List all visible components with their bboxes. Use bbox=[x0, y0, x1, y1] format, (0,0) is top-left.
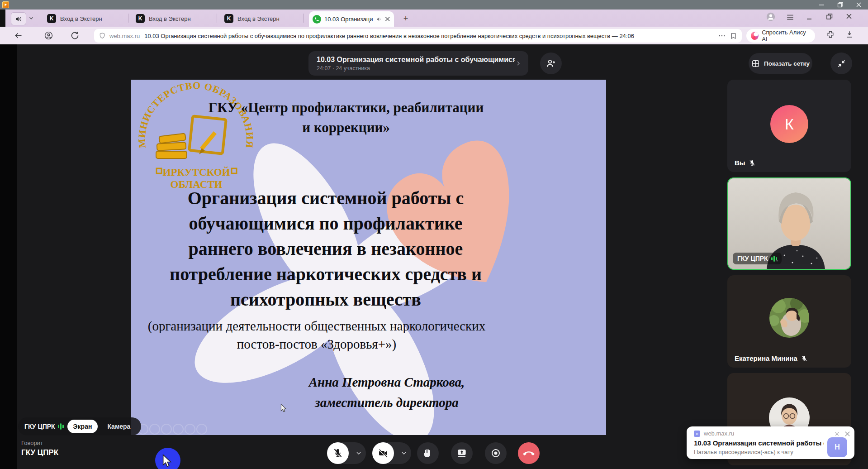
share-screen-icon bbox=[456, 447, 468, 459]
bookmark-icon[interactable] bbox=[730, 32, 737, 40]
record-button[interactable] bbox=[485, 442, 507, 464]
browser-tab-1[interactable]: K Вход в Экстерн bbox=[47, 12, 102, 25]
tab-label: 10.03 Организация bbox=[324, 16, 373, 23]
meeting-header[interactable]: 10.03 Организация системной работы с обу… bbox=[308, 51, 528, 76]
tab-close-icon[interactable] bbox=[385, 16, 390, 22]
stage-source-bar: ГКУ ЦПРК Экран Камера bbox=[18, 417, 141, 436]
profile-shield-button[interactable] bbox=[44, 31, 53, 40]
browser-tab-active[interactable]: 10.03 Организация bbox=[309, 11, 394, 27]
mouse-cursor bbox=[162, 454, 172, 468]
window-close-button[interactable] bbox=[856, 2, 862, 8]
participant-name: ГКУ ЦПРК bbox=[737, 255, 768, 262]
slide-title-line1: Организация системной работы с bbox=[142, 187, 509, 209]
user-circle-icon bbox=[44, 31, 53, 40]
browser-minimize-button[interactable] bbox=[806, 14, 812, 20]
camera-off-button[interactable] bbox=[372, 442, 394, 464]
notification-settings-icon[interactable] bbox=[834, 431, 840, 437]
browser-notification[interactable]: н web.max.ru 10.03 Организация системной… bbox=[687, 426, 854, 459]
avatar-photo bbox=[769, 298, 809, 338]
more-icon[interactable] bbox=[718, 32, 726, 40]
hamburger-icon bbox=[786, 13, 794, 21]
participant-tile-you[interactable]: К Вы bbox=[727, 80, 851, 172]
slide-title-line4: потребление наркотических средств и bbox=[142, 263, 509, 285]
back-button[interactable] bbox=[14, 31, 23, 40]
collapse-view-button[interactable] bbox=[830, 53, 852, 74]
participant-name: Вы bbox=[735, 159, 745, 167]
reaction-ghost-icon[interactable] bbox=[196, 424, 207, 435]
participant-tile-ekaterina[interactable]: Екатерина Минина bbox=[727, 275, 851, 368]
slide-title-line5: психотропных веществ bbox=[142, 289, 509, 310]
chevron-down-icon bbox=[28, 15, 34, 21]
notification-source: web.max.ru bbox=[704, 430, 734, 437]
slide-title-line2: обучающимися по профилактике bbox=[142, 213, 509, 234]
grid-icon bbox=[751, 59, 760, 68]
hang-up-button[interactable] bbox=[518, 442, 540, 464]
presenter-pill: ГКУ ЦПРК bbox=[24, 423, 64, 430]
slide-author-name: Анна Петровна Старкова, bbox=[280, 375, 493, 390]
ask-alice-button[interactable]: Спросить Алису AI bbox=[746, 29, 815, 43]
site-shield-icon bbox=[99, 32, 106, 39]
mic-off-icon bbox=[801, 355, 808, 362]
browser-close-button[interactable] bbox=[845, 13, 853, 20]
camera-off-icon bbox=[378, 448, 389, 459]
hand-icon bbox=[422, 448, 433, 459]
avatar-icon bbox=[766, 12, 776, 22]
browser-tab-3[interactable]: K Вход в Экстерн bbox=[224, 12, 280, 25]
extension-icon bbox=[826, 30, 835, 39]
browser-menu-button[interactable] bbox=[786, 13, 794, 21]
tab-audio-button[interactable] bbox=[11, 12, 26, 25]
slide-org-line2: и коррекции» bbox=[208, 120, 484, 136]
mic-options-dropdown[interactable] bbox=[355, 450, 362, 457]
kontur-icon: K bbox=[224, 14, 233, 23]
camera-control[interactable] bbox=[372, 442, 411, 464]
browser-restore-button[interactable] bbox=[826, 13, 833, 20]
extension-button[interactable] bbox=[826, 30, 835, 39]
reload-icon bbox=[70, 31, 80, 40]
restore-icon bbox=[826, 13, 833, 20]
url-domain: web.max.ru bbox=[109, 33, 140, 39]
chevron-right-icon bbox=[515, 60, 522, 67]
reaction-ghost-icon[interactable] bbox=[173, 424, 184, 435]
invite-participant-button[interactable] bbox=[540, 53, 562, 74]
notification-close-icon[interactable] bbox=[844, 431, 851, 437]
slide-subtitle-line1: (организации деятельности общественных н… bbox=[136, 319, 498, 334]
reload-button[interactable] bbox=[70, 31, 80, 40]
mic-off-icon bbox=[332, 448, 343, 459]
page-title: 10.03 Организация системной работы с обу… bbox=[144, 33, 714, 39]
slide-subtitle-line2: постов-постов «Здоровья+») bbox=[136, 337, 498, 352]
slide-title-line3: раннего вовлечения в незаконное bbox=[142, 238, 509, 259]
avatar: К bbox=[770, 105, 808, 143]
participant-label: ГКУ ЦПРК bbox=[733, 253, 782, 264]
reaction-ghost-icon[interactable] bbox=[185, 424, 195, 435]
notification-body: Наталья присоединился(-ась) к чату bbox=[694, 449, 824, 455]
back-arrow-icon bbox=[14, 31, 23, 40]
browser-profile-button[interactable] bbox=[766, 12, 776, 22]
kontur-icon: K bbox=[136, 14, 145, 23]
share-screen-button[interactable] bbox=[451, 442, 473, 464]
reaction-ghost-icon[interactable] bbox=[161, 424, 172, 435]
show-grid-button[interactable]: Показать сетку bbox=[749, 53, 812, 74]
camera-options-dropdown[interactable] bbox=[400, 450, 408, 457]
tab-sound-icon bbox=[376, 16, 382, 22]
mic-off-button[interactable] bbox=[327, 442, 349, 464]
window-maximize-button[interactable] bbox=[837, 2, 843, 8]
raise-hand-button[interactable] bbox=[417, 442, 439, 464]
participant-tile-gku-cprk[interactable]: ГКУ ЦПРК bbox=[727, 177, 851, 270]
window-titlebar bbox=[0, 0, 868, 10]
shared-screen-slide: МИНИСТЕРСТВО ОБРАЗОВАНИЯ ИРКУТСКОЙ ОБЛАС… bbox=[131, 80, 606, 435]
tab-divider bbox=[217, 14, 217, 23]
chevron-down-icon bbox=[400, 450, 408, 457]
alice-icon bbox=[751, 32, 759, 40]
stage-tab-camera[interactable]: Камера bbox=[101, 420, 136, 433]
window-minimize-button[interactable] bbox=[819, 2, 825, 8]
new-tab-button[interactable]: + bbox=[400, 13, 412, 24]
reaction-ghost-icon[interactable] bbox=[149, 424, 160, 435]
stage-tab-screen[interactable]: Экран bbox=[67, 420, 98, 433]
participant-name: Екатерина Минина bbox=[735, 354, 797, 362]
browser-tab-2[interactable]: K Вход в Экстерн bbox=[136, 12, 191, 25]
address-bar[interactable]: web.max.ru 10.03 Организация системной р… bbox=[94, 29, 742, 43]
microphone-control[interactable] bbox=[327, 442, 366, 464]
downloads-button[interactable] bbox=[845, 30, 854, 39]
tab-audio-dropdown[interactable] bbox=[28, 15, 34, 21]
slide-org-line1: ГКУ «Центр профилактики, реабилитации bbox=[208, 100, 484, 116]
